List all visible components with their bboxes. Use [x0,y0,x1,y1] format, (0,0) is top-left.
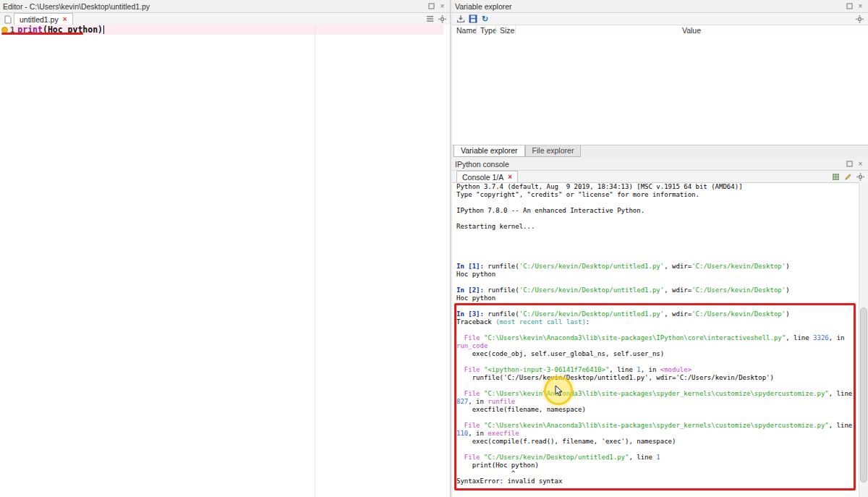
variable-explorer-pane: Variable explorer × ↻ Name Type [452,0,868,158]
console-line [456,199,856,207]
editor-pane: Editor - C:\Users\kevin\Desktop\untitled… [0,0,451,497]
text-cursor [103,25,104,34]
close-icon[interactable]: × [438,1,447,11]
options-gear-icon[interactable] [855,171,866,182]
console-header-title: IPython console [455,160,509,169]
console-line: File "C:\Users\kevin\Anaconda3\lib\site-… [456,390,856,406]
console-output[interactable]: Python 3.7.4 (default, Aug 9 2019, 18:34… [452,182,859,497]
refresh-icon[interactable]: ↻ [480,14,490,24]
options-gear-icon[interactable] [854,14,865,24]
scrollbar-thumb[interactable] [860,307,867,483]
console-line: In [1]: runfile('C:/Users/kevin/Desktop/… [456,263,856,271]
console-line: Traceback (most recent call last): [456,318,856,326]
console-line: print(Hoc python) [456,462,856,470]
tab-close-icon[interactable]: × [508,174,512,181]
console-line: SyntaxError: invalid syntax [456,477,856,485]
inspect-grid-icon[interactable] [830,171,841,182]
console-line [456,446,856,454]
console-line: File "<ipython-input-3-06141f7e6410>", l… [456,366,856,374]
ipython-console-pane: IPython console × Console 1/A × [452,158,868,497]
save-data-icon[interactable] [467,14,478,24]
tab-file-explorer[interactable]: File explorer [525,145,582,157]
tab-close-icon[interactable]: × [63,16,67,23]
console-line [456,382,856,390]
undock-icon[interactable] [845,1,854,11]
column-edge-guide [315,25,315,497]
console-line: execfile(filename, namespace) [456,406,856,414]
console-line [456,231,856,239]
undock-icon[interactable] [845,159,854,169]
console-line [456,239,856,247]
console-line: File "C:\Users\kevin\Anaconda3\lib\site-… [456,334,856,350]
console-line [456,279,856,286]
console-tab-label: Console 1/A [462,173,503,182]
editor-tab-label: untitled1.py [20,15,59,24]
console-line [456,247,856,255]
console-line: In [3]: runfile('C:/Users/kevin/Desktop/… [456,310,856,318]
variable-explorer-toolbar: ↻ [452,13,868,25]
console-header: IPython console × [452,158,868,171]
editor-header: Editor - C:\Users\kevin\Desktop\untitled… [0,0,450,13]
variable-explorer-title: Variable explorer [455,2,512,11]
console-line: File "C:/Users/kevin/Desktop/untitled1.p… [456,454,856,462]
console-line [456,414,856,422]
editor-tabbar: untitled1.py × [0,13,450,25]
tab-variable-explorer[interactable]: Variable explorer [454,145,525,157]
console-line [456,326,856,334]
undock-icon[interactable] [427,1,436,11]
console-scrollbar[interactable] [859,182,868,497]
variable-explorer-header: Variable explorer × [452,0,868,13]
editor-header-title: Editor - C:\Users\kevin\Desktop\untitled… [3,2,150,11]
console-line: Python 3.7.4 (default, Aug 9 2019, 18:34… [456,183,856,191]
file-icon[interactable] [2,14,13,25]
console-line [456,358,856,366]
console-line [456,215,856,223]
import-data-icon[interactable] [455,14,466,24]
console-line: IPython 7.8.0 -- An enhanced Interactive… [456,207,856,215]
browse-tabs-icon[interactable] [425,14,435,24]
console-line: exec(compile(f.read(), filename, 'exec')… [456,438,856,446]
variable-table-body[interactable] [452,35,868,145]
console-line: File "C:\Users\kevin\Anaconda3\lib\site-… [456,422,856,438]
options-gear-icon[interactable] [437,14,448,24]
spyder-window: Editor - C:\Users\kevin\Desktop\untitled… [0,0,868,497]
console-line: Hoc python [456,271,856,279]
console-line: Restarting kernel... [456,223,856,231]
console-tab[interactable]: Console 1/A × [456,171,518,182]
console-line: In [2]: runfile('C:/Users/kevin/Desktop/… [456,286,856,294]
close-icon[interactable]: × [856,1,865,11]
console-line [456,255,856,263]
console-line: Type "copyright", "credits" or "license"… [456,191,856,199]
console-line: Hoc python [456,294,856,302]
annotation-red-underline [1,33,83,35]
column-header-value[interactable]: Value [515,25,868,35]
console-line [456,302,856,310]
console-line: ^ [456,470,856,477]
editor-code-area[interactable]: 1 print(Hoc python) [0,25,450,497]
close-icon[interactable]: × [856,159,865,169]
console-line: exec(code_obj, self.user_global_ns, self… [456,350,856,358]
console-line: runfile('C:/Users/kevin/Desktop/untitled… [456,374,856,382]
edit-pencil-icon[interactable] [843,171,854,182]
explorer-bottom-tabbar: Variable explorer File explorer [452,145,868,158]
editor-tab-untitled1[interactable]: untitled1.py × [14,13,73,25]
console-tabbar-actions [830,171,867,182]
editor-tabbar-actions [424,13,448,25]
